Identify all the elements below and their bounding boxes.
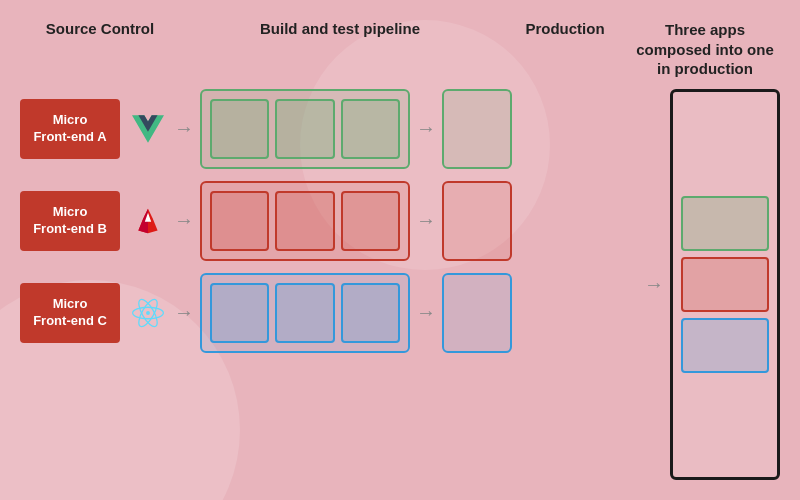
main-container: Source Control Build and test pipeline P… [0, 0, 800, 500]
pipeline-inner-c1 [210, 283, 269, 343]
arrow-c2: → [416, 301, 436, 324]
mfe-row-c: MicroFront-end C → → → [20, 273, 636, 353]
combined-inner-blue [681, 318, 769, 373]
mfe-row-a: MicroFront-end A → → → [20, 89, 636, 169]
angular-icon [128, 205, 168, 237]
arrow-a1: → [174, 117, 194, 140]
arrow-a2: → [416, 117, 436, 140]
pipeline-inner-a3 [341, 99, 400, 159]
pipeline-box-b [200, 181, 410, 261]
pipeline-inner-a2 [275, 99, 334, 159]
mfe-row-b: MicroFront-end B → → → [20, 181, 636, 261]
pipeline-inner-c3 [341, 283, 400, 343]
combined-box [670, 89, 780, 481]
vue-icon [128, 113, 168, 145]
header-row: Source Control Build and test pipeline P… [20, 20, 780, 79]
arrow-combined: → [644, 273, 664, 296]
react-icon [128, 297, 168, 329]
production-box-c [442, 273, 512, 353]
production-box-a [442, 89, 512, 169]
pipeline-inner-b3 [341, 191, 400, 251]
arrow-c1: → [174, 301, 194, 324]
source-label-a: MicroFront-end A [20, 99, 120, 159]
combined-inner-green [681, 196, 769, 251]
pipeline-inner-b2 [275, 191, 334, 251]
pipeline-box-c [200, 273, 410, 353]
header-pipeline: Build and test pipeline [180, 20, 500, 37]
header-three-apps: Three apps composed into one in producti… [630, 20, 780, 79]
mfe-rows: MicroFront-end A → → → [20, 89, 636, 481]
header-production: Production [500, 20, 630, 37]
source-label-c: MicroFront-end C [20, 283, 120, 343]
combined-section: → [638, 89, 780, 481]
pipeline-inner-c2 [275, 283, 334, 343]
header-source-control: Source Control [20, 20, 180, 37]
pipeline-box-a [200, 89, 410, 169]
svg-point-6 [146, 311, 150, 315]
production-box-b [442, 181, 512, 261]
pipeline-inner-b1 [210, 191, 269, 251]
pipeline-inner-a1 [210, 99, 269, 159]
source-label-b: MicroFront-end B [20, 191, 120, 251]
arrow-b2: → [416, 209, 436, 232]
combined-inner-red [681, 257, 769, 312]
arrow-b1: → [174, 209, 194, 232]
